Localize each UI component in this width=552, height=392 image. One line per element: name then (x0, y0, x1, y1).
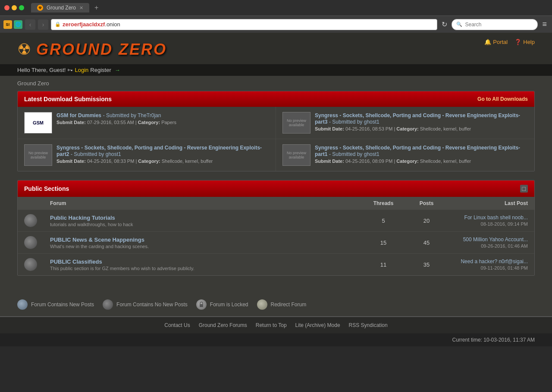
main-container: Latest Download Submissions Go to All Do… (0, 89, 552, 293)
download-item: No preview available Syngress - Sockets,… (18, 139, 276, 171)
col-threads-label: Threads (362, 197, 405, 210)
col-icon (18, 197, 44, 210)
bell-icon: 🔔 (484, 39, 491, 45)
browser-menu-button[interactable]: ≡ (540, 20, 549, 29)
svg-rect-0 (200, 304, 203, 307)
register-link[interactable]: Register (90, 67, 111, 73)
last-post-link[interactable]: Need a hacker? n0rf@sigai... (461, 258, 528, 264)
forum-icon (24, 236, 37, 249)
last-post-date: 09-26-2016, 01:46 AM (455, 243, 528, 249)
forum-name-cell: PUBLIC News & Scene Happenings What's ne… (44, 232, 362, 254)
legend-item-redirect: Redirect Forum (257, 299, 307, 310)
last-post-link[interactable]: For Linux bash shell noob... (464, 215, 528, 221)
download-title-link[interactable]: GSM for Dummies (56, 112, 101, 118)
forum-last-post-cell: For Linux bash shell noob... 08-18-2016,… (448, 210, 534, 232)
logo-area: ☢ GROUND ZERO (17, 37, 167, 62)
download-submitter-link[interactable]: TheTr0jan (138, 112, 161, 118)
downloads-section: Latest Download Submissions Go to All Do… (17, 91, 535, 171)
footer-rss-link[interactable]: RSS Syndication (349, 322, 388, 328)
forum-icon-cell (18, 232, 44, 254)
lock-icon: 🔒 (55, 22, 61, 27)
search-input[interactable] (465, 22, 530, 28)
download-meta: Submit Date: 04-25-2016, 08:09 PM | Cate… (315, 159, 528, 164)
browser-search-box[interactable]: 🔍 (452, 19, 538, 30)
download-submitter-link[interactable]: ghost1 (364, 119, 380, 125)
portal-link[interactable]: 🔔 Portal (484, 39, 508, 45)
footer-top-link[interactable]: Return to Top (256, 322, 287, 328)
nav-arrow: → (115, 67, 120, 73)
forum-threads-count: 11 (362, 254, 405, 276)
downloads-grid: GSM GSM for Dummies - Submitted by TheTr… (18, 107, 534, 171)
forum-name-link[interactable]: Public Hacking Tutorials (50, 215, 115, 221)
header-links: 🔔 Portal ❓ Help (484, 37, 535, 47)
downloads-title: Latest Download Submissions (24, 96, 112, 103)
breadcrumb-home-link[interactable]: Ground Zero (17, 80, 49, 87)
download-item: GSM GSM for Dummies - Submitted by TheTr… (18, 107, 276, 139)
forward-button[interactable]: › (38, 19, 48, 30)
forum-row: Public Hacking Tutorials tutorials and w… (18, 210, 534, 232)
greeting-text: Hello There, Guest! (17, 67, 66, 73)
legend-redirect-icon (257, 299, 267, 310)
refresh-button[interactable]: ↻ (440, 20, 449, 28)
downloads-header: Latest Download Submissions Go to All Do… (18, 91, 534, 107)
window-controls (4, 5, 24, 10)
site-title: GROUND ZERO (36, 40, 167, 59)
collapse-button[interactable]: □ (520, 185, 528, 193)
forum-desc: tutorials and walkthroughs, how to hack (50, 222, 355, 227)
download-info: Syngress - Sockets, Shellcode, Porting a… (315, 112, 528, 131)
legend-item-no-new: Forum Contains No New Posts (103, 299, 188, 310)
minimize-window-button[interactable] (12, 5, 17, 10)
forum-threads-count: 5 (362, 210, 405, 232)
download-submitter-link[interactable]: ghost1 (106, 151, 121, 157)
col-forum-label: Forum (44, 197, 362, 210)
new-tab-button[interactable]: + (94, 4, 98, 12)
current-time-label: Current time: (452, 337, 482, 343)
footer-forums-link[interactable]: Ground Zero Forums (199, 322, 247, 328)
maximize-window-button[interactable] (19, 5, 24, 10)
address-bar[interactable]: 🔒 zeroerfjaacldxzf.onion (51, 19, 437, 30)
tab-title: Ground Zero (47, 5, 76, 11)
back-button[interactable]: ‹ (25, 19, 35, 30)
public-sections-title: Public Sections (24, 185, 69, 192)
footer-contact-link[interactable]: Contact Us (164, 322, 190, 328)
key-icon: 🗝 (67, 67, 73, 73)
download-thumb-no-preview: No preview available (282, 112, 310, 134)
legend-item-locked: Forum is Locked (196, 299, 248, 310)
last-post-date: 09-11-2016, 01:48 PM (455, 265, 528, 271)
browser-tab[interactable]: ☢ Ground Zero ✕ (31, 3, 89, 12)
forum-posts-count: 45 (405, 232, 448, 254)
forum-icon (24, 214, 37, 227)
help-link[interactable]: ❓ Help (514, 39, 535, 45)
download-meta: Submit Date: 04-25-2016, 08:33 PM | Cate… (56, 159, 269, 164)
current-time-bar: Current time: 10-03-2016, 11:37 AM (0, 333, 552, 346)
download-meta: Submit Date: 04-25-2016, 08:53 PM | Cate… (315, 126, 528, 131)
legend-locked-icon (196, 299, 207, 310)
footer-lite-link[interactable]: Lite (Archive) Mode (295, 322, 340, 328)
forum-name-link[interactable]: PUBLIC Classifieds (50, 258, 102, 265)
download-submitter-link[interactable]: ghost1 (364, 151, 380, 157)
col-last-post-label: Last Post (448, 197, 534, 210)
legend-no-new-icon (103, 299, 113, 310)
tab-close-button[interactable]: ✕ (79, 5, 83, 11)
ext-icon-2[interactable]: 🌐 (14, 20, 22, 29)
forum-table-body: Public Hacking Tutorials tutorials and w… (18, 210, 534, 275)
browser-toolbar: S! 🌐 ‹ › 🔒 zeroerfjaacldxzf.onion ↻ 🔍 ≡ (0, 16, 552, 33)
login-link[interactable]: Login (75, 67, 88, 73)
public-sections-header: Public Sections □ (18, 180, 534, 197)
forum-icon-cell (18, 210, 44, 232)
forum-desc: What's new in the carding and hacking sc… (50, 244, 355, 249)
forum-name-link[interactable]: PUBLIC News & Scene Happenings (50, 236, 144, 243)
last-post-link[interactable]: 500 Million Yahoo Account... (463, 236, 528, 243)
radiation-icon: ☢ (17, 40, 31, 59)
legend-locked-label: Forum is Locked (210, 302, 248, 308)
last-post-date: 08-18-2016, 09:14 PM (455, 221, 528, 227)
download-info: GSM for Dummies - Submitted by TheTr0jan… (56, 112, 269, 125)
download-info: Syngress - Sockets, Shellcode, Porting a… (56, 144, 269, 164)
forum-row: PUBLIC Classifieds This public section i… (18, 254, 534, 276)
go-to-all-downloads-link[interactable]: Go to All Downloads (477, 96, 528, 102)
ext-icon-1[interactable]: S! (3, 20, 12, 29)
site-header: ☢ GROUND ZERO 🔔 Portal ❓ Help (0, 33, 552, 64)
close-window-button[interactable] (4, 5, 9, 10)
url-prefix: zeroerfjaacldxzf (63, 21, 105, 28)
legend-new-label: Forum Contains New Posts (31, 302, 94, 308)
